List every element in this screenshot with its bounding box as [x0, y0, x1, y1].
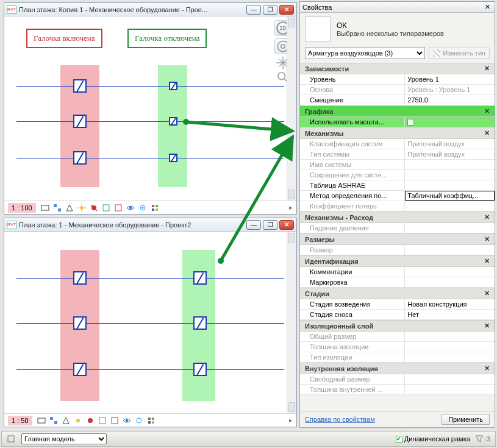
shadows-icon[interactable]	[86, 416, 95, 425]
property-group-header[interactable]: Изоляционный слой✕	[300, 320, 495, 332]
minimize-button[interactable]: —	[246, 220, 261, 230]
valve-icon[interactable]	[73, 363, 87, 376]
scrollbar-v[interactable]	[287, 232, 296, 413]
hide-isolate-icon[interactable]	[123, 416, 131, 425]
sun-path-icon[interactable]	[74, 416, 82, 425]
valve-icon[interactable]	[169, 154, 177, 162]
worksharing-icon[interactable]	[151, 204, 159, 212]
property-value[interactable]	[405, 117, 495, 127]
view-status-menu[interactable]: ▸	[289, 416, 293, 424]
worksharing-icon[interactable]	[147, 416, 156, 425]
valve-icon[interactable]	[169, 82, 177, 90]
scrollbar-v[interactable]	[287, 16, 296, 201]
property-row[interactable]: Таблица ASHRAE	[300, 180, 495, 191]
scale-chip[interactable]: 1 : 100	[8, 203, 36, 213]
property-group-header[interactable]: Механизмы - Расход✕	[300, 212, 495, 223]
property-value[interactable]	[405, 277, 495, 287]
property-group-header[interactable]: Внутренняя изоляция✕	[300, 363, 495, 374]
property-name: Имя системы	[300, 160, 405, 169]
close-button[interactable]: ✕	[279, 220, 294, 230]
property-value[interactable]: 2750.0	[405, 95, 495, 105]
property-row: Толщина изоляции	[300, 342, 495, 352]
svg-rect-22	[156, 205, 158, 207]
valve-icon[interactable]	[73, 271, 87, 285]
reveal-hidden-icon[interactable]	[135, 416, 143, 425]
property-row[interactable]: Стадия сносаНет	[300, 310, 495, 320]
valve-icon[interactable]	[73, 79, 87, 93]
svg-rect-30	[99, 418, 105, 424]
svg-rect-21	[152, 205, 154, 207]
view-status-menu[interactable]: ▸	[289, 204, 293, 212]
reveal-hidden-icon[interactable]	[138, 204, 147, 212]
property-row[interactable]: Стадия возведенияНовая конструкция	[300, 299, 495, 310]
minimize-button[interactable]: —	[246, 5, 261, 15]
close-icon[interactable]: ✕	[482, 3, 492, 11]
hide-isolate-icon[interactable]	[126, 204, 135, 212]
workset-select[interactable]: Главная модель	[21, 433, 107, 444]
valve-icon[interactable]	[169, 117, 177, 126]
crop-view-icon[interactable]	[102, 204, 110, 212]
type-header-line1: OK	[337, 21, 444, 30]
property-value: Приточный воздух	[405, 139, 495, 149]
property-value[interactable]: Уровень 1	[405, 74, 495, 84]
property-group-header[interactable]: Механизмы✕	[300, 127, 495, 139]
property-row[interactable]: Использовать масшта...	[300, 117, 495, 127]
property-value[interactable]: Табличный коэффиц...	[405, 191, 495, 201]
property-group-header[interactable]: Размеры✕	[300, 233, 495, 245]
model-graphics-icon[interactable]	[41, 204, 49, 212]
property-value[interactable]	[405, 180, 495, 190]
property-name: Тип изоляции	[300, 352, 405, 362]
crop-visible-icon[interactable]	[110, 416, 119, 425]
property-value	[405, 332, 495, 341]
visual-style-icon[interactable]	[62, 416, 70, 425]
property-value[interactable]: Новая конструкция	[405, 299, 495, 309]
property-value[interactable]: Нет	[405, 310, 495, 319]
properties-help-link[interactable]: Справка по свойствам	[305, 416, 375, 423]
crop-view-icon[interactable]	[98, 416, 107, 425]
property-row[interactable]: Маркировка	[300, 277, 495, 288]
scale-chip[interactable]: 1 : 50	[8, 416, 32, 425]
valve-icon[interactable]	[73, 316, 87, 330]
apply-button[interactable]: Применить	[442, 414, 490, 425]
viewport-bottom[interactable]: 1 : 50 ▸	[4, 232, 296, 427]
valve-icon[interactable]	[193, 271, 207, 285]
edit-type-button[interactable]: Изменить тип	[429, 48, 490, 59]
property-row: Падение давления	[300, 223, 495, 233]
viewport-top[interactable]: Галочка включена Галочка отключена 2D	[4, 16, 296, 214]
properties-titlebar[interactable]: Свойства ✕	[300, 2, 495, 13]
maximize-button[interactable]: ❐	[263, 5, 277, 15]
property-row[interactable]: Смещение2750.0	[300, 95, 495, 105]
property-row[interactable]: Комментарии	[300, 267, 495, 277]
checkbox[interactable]	[407, 119, 414, 126]
mdi-titlebar-bottom[interactable]: RVT План этажа: 1 - Механическое оборудо…	[4, 218, 296, 232]
property-group-header[interactable]: Зависимости✕	[300, 63, 495, 74]
maximize-button[interactable]: ❐	[263, 220, 277, 230]
close-button[interactable]: ✕	[279, 5, 294, 15]
property-row[interactable]: УровеньУровень 1	[300, 74, 495, 85]
valve-icon[interactable]	[193, 363, 207, 376]
detail-level-icon[interactable]	[49, 416, 58, 425]
property-group-header[interactable]: Идентификация✕	[300, 255, 495, 267]
mdi-titlebar-top[interactable]: RVT План этажа: Копия 1 - Механическое о…	[4, 3, 296, 16]
properties-grid[interactable]: Зависимости✕УровеньУровень 1ОсноваУровен…	[300, 63, 495, 411]
property-value[interactable]	[405, 267, 495, 277]
property-group-header[interactable]: Графика✕	[300, 105, 495, 117]
statusbar-icon[interactable]	[7, 435, 15, 443]
sun-path-icon[interactable]	[77, 204, 86, 212]
property-value	[405, 342, 495, 352]
property-row[interactable]: Метод определения по...Табличный коэффиц…	[300, 191, 495, 201]
valve-icon[interactable]	[73, 115, 87, 128]
property-row: Сокращение для систе...	[300, 170, 495, 180]
model-graphics-icon[interactable]	[37, 416, 46, 425]
type-selector[interactable]: Арматура воздуховодов (3)	[305, 47, 425, 59]
valve-icon[interactable]	[73, 151, 87, 165]
shadows-icon[interactable]	[90, 204, 98, 212]
crop-visible-icon[interactable]	[114, 204, 123, 212]
svg-point-28	[76, 419, 80, 422]
detail-level-icon[interactable]	[53, 204, 62, 212]
dynamic-frame-checkbox[interactable]: ✔ Динамическая рамка	[396, 435, 470, 443]
valve-icon[interactable]	[193, 316, 207, 330]
property-group-header[interactable]: Стадии✕	[300, 288, 495, 299]
visual-style-icon[interactable]	[65, 204, 74, 212]
selection-filter-button[interactable]: :3	[475, 435, 490, 443]
